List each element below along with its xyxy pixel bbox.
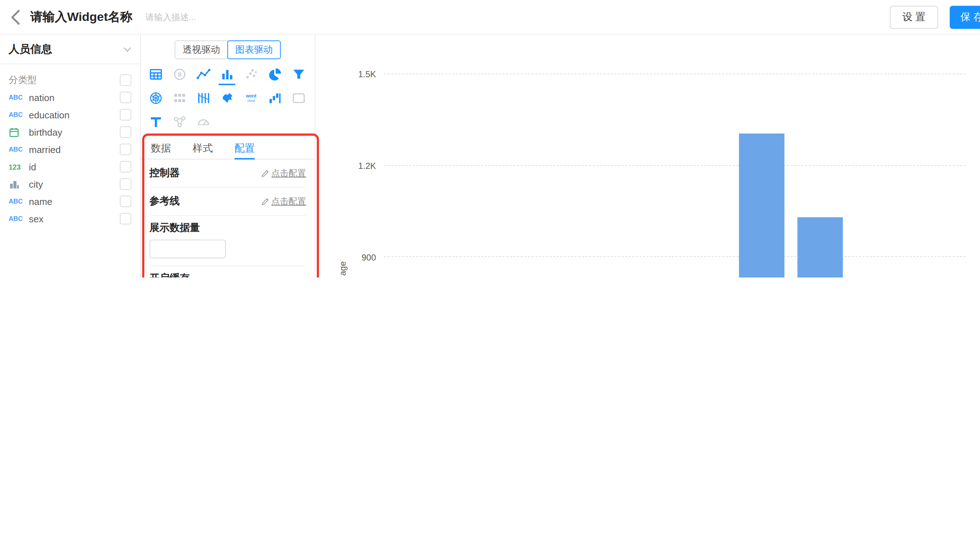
field-row-city[interactable]: city <box>9 175 131 193</box>
reference-line-configure-link[interactable]: 点击配置 <box>261 195 306 207</box>
bar-slot <box>791 74 849 278</box>
y-axis-ticks: 03006009001.2K1.5K <box>330 74 376 278</box>
parallel-chart-icon[interactable] <box>191 86 215 110</box>
field-type-string: ABC <box>9 146 29 153</box>
cache-label: 开启缓存 <box>149 272 306 278</box>
chevron-down-icon <box>123 47 131 51</box>
configure-link-label: 点击配置 <box>271 195 306 207</box>
bar-slot <box>442 74 500 278</box>
chart-type-picker: 8 <box>141 62 315 133</box>
bar-汉族 <box>739 133 785 278</box>
field-name: birthday <box>29 127 120 138</box>
bar-slot <box>617 74 675 278</box>
field-name: education <box>29 109 120 120</box>
field-checkbox[interactable] <box>120 178 131 190</box>
builder-panel: 透视驱动 图表驱动 8 <box>141 35 315 278</box>
field-type-string: ABC <box>9 215 29 222</box>
display-count-block: 展示数据量 <box>149 216 306 266</box>
settings-button[interactable]: 设 置 <box>890 6 938 29</box>
field-checkbox[interactable] <box>120 91 131 103</box>
top-header: 请输入Widget名称 设 置 保 存 <box>0 0 980 35</box>
word-cloud-chart-icon[interactable]: wordcloud <box>239 86 263 110</box>
field-row-name[interactable]: ABC name <box>9 193 131 210</box>
builder-tabs: 数据 样式 配置 <box>141 138 315 159</box>
radar-chart-icon[interactable] <box>144 86 167 110</box>
controller-label: 控制器 <box>149 167 180 180</box>
bar-满族 <box>797 217 843 278</box>
field-row-nation[interactable]: ABC nation <box>9 89 131 106</box>
reference-line-row: 参考线 点击配置 <box>149 188 306 216</box>
field-type-number: 123 <box>9 163 29 171</box>
section-checkbox[interactable] <box>120 74 131 86</box>
controller-configure-link[interactable]: 点击配置 <box>261 167 306 180</box>
display-count-input[interactable] <box>149 240 226 258</box>
china-map-chart-icon[interactable] <box>215 86 239 110</box>
field-name: id <box>29 161 120 172</box>
field-checkbox[interactable] <box>120 144 131 155</box>
edit-icon <box>261 197 269 205</box>
text-chart-icon[interactable] <box>144 110 167 133</box>
bar-slot <box>908 74 966 278</box>
bar-slot <box>559 74 617 278</box>
widget-title[interactable]: 请输入Widget名称 <box>30 9 133 25</box>
field-row-sex[interactable]: ABC sex <box>9 210 131 227</box>
tab-style[interactable]: 样式 <box>193 138 213 159</box>
waterfall-chart-icon[interactable] <box>263 86 287 110</box>
field-row-id[interactable]: 123 id <box>9 158 131 175</box>
bar-slot <box>500 74 558 278</box>
field-sidebar: 人员信息 分类型 ABC nation ABC education <box>0 35 141 278</box>
scorecard-chart-icon[interactable]: 8 <box>167 62 191 86</box>
save-button[interactable]: 保 存 <box>950 6 980 29</box>
field-name: city <box>29 179 120 189</box>
description-input[interactable] <box>144 11 255 23</box>
line-chart-icon[interactable] <box>191 62 215 86</box>
field-type-string: ABC <box>9 94 29 101</box>
gauge-chart-icon[interactable] <box>191 110 215 133</box>
table-chart-icon[interactable] <box>144 62 167 86</box>
scatter-chart-icon[interactable] <box>239 62 263 86</box>
field-row-birthday[interactable]: birthday <box>9 124 131 141</box>
widget-editor: 请输入Widget名称 设 置 保 存 人员信息 分类型 ABC nation <box>0 0 980 278</box>
back-button[interactable] <box>0 0 30 34</box>
funnel-chart-icon[interactable] <box>287 62 310 86</box>
chevron-left-icon <box>10 9 20 25</box>
dataset-selector[interactable]: 人员信息 <box>0 35 140 64</box>
edit-icon <box>261 169 269 177</box>
field-name: sex <box>29 213 120 224</box>
y-tick-label: 1.5K <box>358 69 376 79</box>
field-checkbox[interactable] <box>120 109 131 120</box>
field-row-married[interactable]: ABC married <box>9 141 131 158</box>
calendar-icon <box>9 127 29 138</box>
field-row-education[interactable]: ABC education <box>9 106 131 124</box>
field-name: married <box>29 144 120 155</box>
y-tick-label: 1.2K <box>358 161 376 171</box>
field-checkbox[interactable] <box>120 126 131 138</box>
chart-panel: age 03006009001.2K1.5K 其他族回族壮族布依族拉祜族朝鲜族汉… <box>315 35 980 278</box>
config-panel: 控制器 点击配置 参考线 点击配置 展示数据量 <box>141 159 315 278</box>
bar-slot <box>675 74 733 278</box>
bar-chart-icon[interactable] <box>215 62 239 86</box>
mode-pivot-button[interactable]: 透视驱动 <box>175 40 228 59</box>
bar-slot <box>849 74 908 278</box>
mode-chart-button[interactable]: 图表驱动 <box>227 40 281 59</box>
tab-config[interactable]: 配置 <box>235 138 255 159</box>
section-categorical: 分类型 <box>9 71 131 89</box>
bar-slot <box>384 74 442 278</box>
svg-text:word: word <box>245 93 256 98</box>
configure-link-label: 点击配置 <box>271 167 306 180</box>
field-checkbox[interactable] <box>120 161 131 173</box>
city-icon <box>9 179 29 189</box>
section-label: 分类型 <box>9 74 120 87</box>
pivot-table-chart-icon[interactable] <box>167 86 191 110</box>
svg-text:8: 8 <box>178 71 181 78</box>
controller-row: 控制器 点击配置 <box>149 159 306 188</box>
pie-chart-icon[interactable] <box>263 62 287 86</box>
field-checkbox[interactable] <box>120 213 131 225</box>
svg-text:cloud: cloud <box>247 98 255 102</box>
iframe-chart-icon[interactable] <box>287 86 310 110</box>
tab-data[interactable]: 数据 <box>151 138 171 159</box>
relation-graph-chart-icon[interactable] <box>167 110 191 133</box>
dataset-name: 人员信息 <box>9 42 52 56</box>
bar-slot <box>733 74 791 278</box>
field-checkbox[interactable] <box>120 196 131 207</box>
